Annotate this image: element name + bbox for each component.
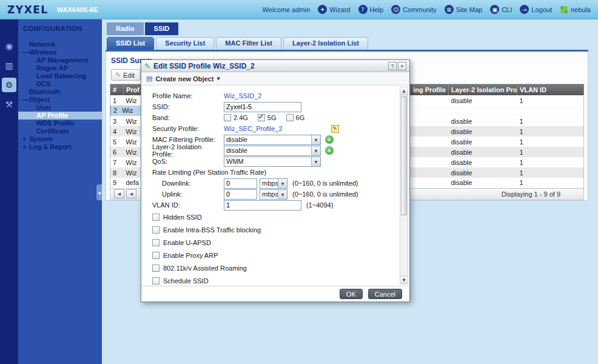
chevron-down-icon: ▼ bbox=[278, 179, 287, 188]
col-header-num[interactable]: # bbox=[110, 84, 124, 96]
table-cell: disable bbox=[449, 95, 517, 106]
edit-button[interactable]: ✎ Edit bbox=[111, 69, 141, 81]
qos-row: QoS: WMM ▼ bbox=[152, 156, 394, 167]
schedule-ssid-checkbox[interactable] bbox=[152, 277, 160, 285]
nebula-link[interactable]: nebula bbox=[560, 5, 591, 14]
sitemap-link[interactable]: ⊞ Site Map bbox=[445, 5, 482, 14]
subtabs: SSID List Security List MAC Filter List … bbox=[106, 35, 588, 50]
sidebar-item-user[interactable]: User bbox=[18, 104, 102, 112]
table-cell: 1 bbox=[517, 116, 584, 126]
band-24g-checkbox[interactable] bbox=[224, 114, 231, 121]
welcome-admin-text: Welcome admin bbox=[263, 6, 311, 13]
dialog-titlebar[interactable]: ✎ Edit SSID Profile Wiz_SSID_2 ? × bbox=[141, 60, 409, 72]
hidden-ssid-row: Hidden SSID bbox=[152, 211, 394, 223]
prev-page-button[interactable]: ◀ bbox=[126, 189, 136, 198]
sidebar-item-label: WDS Profile bbox=[36, 120, 75, 127]
tree-toggle[interactable]: — bbox=[22, 49, 29, 56]
table-cell: 5 bbox=[110, 136, 124, 147]
col-header-vlan-id[interactable]: VLAN ID bbox=[517, 84, 584, 96]
sidebar-item-label: Rogue AP bbox=[36, 64, 68, 72]
sidebar-item-certificate[interactable]: Certificate bbox=[18, 127, 102, 135]
sidebar-item-rogue-ap[interactable]: Rogue AP bbox=[18, 64, 102, 72]
uplink-input[interactable] bbox=[224, 189, 257, 200]
sidebar-item-load-balancing[interactable]: Load Balancing bbox=[18, 72, 102, 80]
close-icon[interactable]: × bbox=[398, 62, 406, 70]
ok-button[interactable]: OK bbox=[340, 289, 363, 299]
first-page-button[interactable]: ◀ bbox=[114, 189, 124, 198]
downlink-input[interactable] bbox=[224, 178, 257, 189]
tree-toggle[interactable]: — bbox=[22, 96, 29, 104]
tree-toggle[interactable]: + bbox=[22, 135, 29, 143]
logout-link[interactable]: → Logout bbox=[520, 5, 552, 14]
configuration-gear-icon[interactable]: ⚙ bbox=[2, 78, 16, 92]
profile-name-value: Wiz_SSID_2 bbox=[224, 92, 261, 99]
layer2-isolation-select[interactable]: disable ▼ bbox=[224, 146, 321, 156]
vlan-id-input[interactable] bbox=[224, 200, 301, 211]
sidebar-item-label: Bluetooth bbox=[29, 88, 60, 95]
sidebar-item-wds-profile[interactable]: WDS Profile bbox=[18, 120, 102, 127]
u-apsd-checkbox[interactable] bbox=[152, 239, 160, 246]
monitor-icon[interactable]: ▥ bbox=[2, 58, 16, 73]
hidden-ssid-checkbox[interactable] bbox=[152, 214, 160, 221]
sidebar-collapse-handle[interactable]: ◀ bbox=[96, 184, 102, 200]
table-cell: 1 bbox=[110, 95, 124, 106]
tab-radio[interactable]: Radio bbox=[107, 22, 144, 35]
scrollbar-thumb[interactable] bbox=[401, 96, 407, 215]
uplink-row: Uplink: mbps ▼ (0~160, 0 is unlimited) bbox=[152, 189, 394, 200]
band-label: Band: bbox=[152, 114, 224, 121]
downlink-unit-select[interactable]: mbps ▼ bbox=[260, 178, 287, 189]
topbar: ZYXEL WAX640S-6E Welcome admin ✦ Wizard … bbox=[0, 0, 598, 19]
sidebar-item-ap-profile[interactable]: AP Profile bbox=[18, 112, 102, 120]
create-new-object-button[interactable]: ▤ Create new Object ▼ bbox=[141, 72, 409, 86]
dialog-window-controls: ? × bbox=[388, 62, 406, 70]
subtab-ssid-list[interactable]: SSID List bbox=[107, 37, 154, 50]
maintenance-wrench-icon[interactable]: ⚒ bbox=[2, 97, 16, 112]
ssid-input[interactable] bbox=[224, 102, 301, 112]
tab-ssid[interactable]: SSID bbox=[145, 22, 179, 35]
help-link[interactable]: ? Help bbox=[358, 5, 384, 14]
sidebar-item-wireless[interactable]: —Wireless bbox=[18, 49, 102, 56]
sidebar-item-ap-management[interactable]: AP Management bbox=[18, 56, 102, 64]
security-profile-link[interactable]: Wiz_SEC_Profile_2 bbox=[224, 125, 283, 132]
dialog-scrollbar[interactable]: ▲ ▼ bbox=[400, 87, 408, 285]
cli-link[interactable]: ▣ CLI bbox=[490, 5, 512, 14]
community-link[interactable]: ☺ Community bbox=[391, 5, 437, 14]
edit-button-label: Edit bbox=[123, 72, 135, 79]
subtab-layer2-isolation-list[interactable]: Layer-2 Isolation List bbox=[283, 37, 368, 50]
sidebar-icon-strip: ◉ ▥ ⚙ ⚒ bbox=[0, 19, 18, 364]
subtab-security-list[interactable]: Security List bbox=[156, 37, 214, 50]
sidebar-item-bluetooth[interactable]: Bluetooth bbox=[18, 88, 102, 96]
add-layer2-profile-icon[interactable]: + bbox=[325, 146, 334, 155]
sidebar-item-log-report[interactable]: +Log & Report bbox=[18, 143, 102, 151]
cancel-button[interactable]: Cancel bbox=[368, 289, 402, 299]
qos-select[interactable]: WMM ▼ bbox=[224, 157, 321, 167]
sidebar-item-dcs[interactable]: DCS bbox=[18, 80, 102, 88]
band-6g-checkbox[interactable] bbox=[286, 114, 294, 121]
dialog-help-button[interactable]: ? bbox=[388, 62, 397, 70]
dialog-footer: OK Cancel bbox=[141, 286, 409, 302]
security-edit-icon[interactable]: ✎ bbox=[331, 125, 339, 133]
subtab-mac-filter-list[interactable]: MAC Filter List bbox=[216, 37, 281, 50]
uplink-unit-select[interactable]: mbps ▼ bbox=[260, 189, 287, 200]
mac-filtering-select[interactable]: disable ▼ bbox=[224, 135, 321, 145]
security-profile-row: Security Profile: Wiz_SEC_Profile_2 ✎ bbox=[152, 123, 394, 134]
scroll-down-icon[interactable]: ▼ bbox=[400, 276, 408, 284]
logout-label: Logout bbox=[531, 6, 552, 13]
col-header-layer2-isolation[interactable]: Layer-2 Isolation Pro... bbox=[449, 84, 517, 96]
sidebar-item-object[interactable]: —Object bbox=[18, 96, 102, 104]
dashboard-icon[interactable]: ◉ bbox=[2, 39, 16, 53]
sidebar-item-network[interactable]: Network bbox=[18, 41, 102, 49]
sidebar-item-system[interactable]: +System bbox=[18, 135, 102, 143]
add-mac-profile-icon[interactable]: + bbox=[325, 135, 334, 144]
intra-bss-checkbox[interactable] bbox=[152, 226, 160, 234]
assisted-roaming-checkbox[interactable] bbox=[152, 265, 160, 272]
assisted-roaming-row: 802.11k/v Assisted Roaming bbox=[152, 261, 394, 274]
band-24g-label: 2.4G bbox=[233, 114, 248, 121]
tree-toggle[interactable]: + bbox=[22, 143, 29, 151]
nebula-icon bbox=[560, 5, 568, 14]
proxy-arp-checkbox[interactable] bbox=[152, 252, 160, 259]
band-5g-checkbox[interactable] bbox=[258, 114, 265, 121]
scroll-up-icon[interactable]: ▲ bbox=[400, 87, 408, 95]
security-profile-label: Security Profile: bbox=[152, 125, 224, 132]
wizard-link[interactable]: ✦ Wizard bbox=[318, 5, 350, 14]
